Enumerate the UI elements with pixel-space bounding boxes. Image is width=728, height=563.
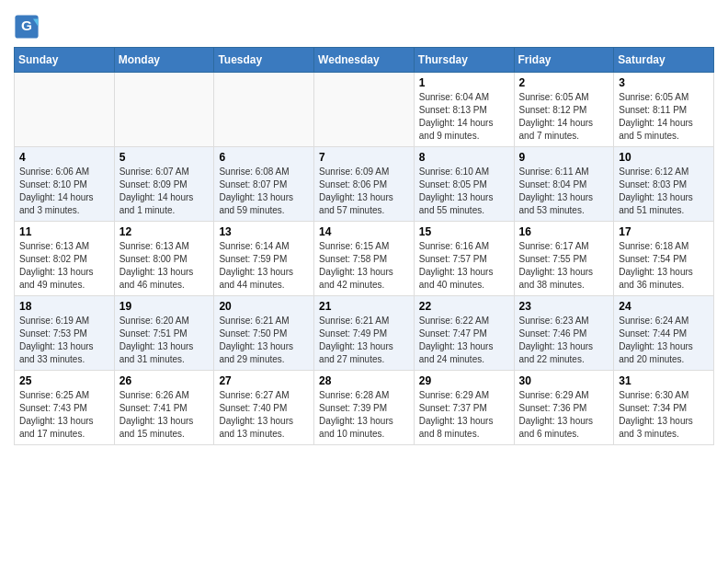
day-number: 16	[519, 225, 609, 238]
day-number: 4	[19, 151, 109, 164]
day-number: 28	[319, 374, 409, 387]
calendar-cell: 2Sunrise: 6:05 AMSunset: 8:12 PMDaylight…	[514, 73, 614, 147]
calendar-row: 25Sunrise: 6:25 AMSunset: 7:43 PMDayligh…	[15, 371, 714, 445]
calendar-cell: 21Sunrise: 6:21 AMSunset: 7:49 PMDayligh…	[314, 296, 415, 371]
day-number: 9	[519, 151, 609, 164]
header-day: Tuesday	[214, 48, 314, 73]
day-number: 21	[319, 300, 409, 313]
header-day: Wednesday	[314, 48, 415, 73]
day-number: 11	[19, 225, 109, 238]
day-info: Sunrise: 6:25 AMSunset: 7:43 PMDaylight:…	[19, 389, 109, 441]
header-day: Sunday	[15, 48, 115, 73]
calendar-cell: 5Sunrise: 6:07 AMSunset: 8:09 PMDaylight…	[114, 147, 214, 222]
header-day: Monday	[114, 48, 214, 73]
day-info: Sunrise: 6:11 AMSunset: 8:04 PMDaylight:…	[519, 166, 609, 217]
calendar-table: SundayMondayTuesdayWednesdayThursdayFrid…	[14, 47, 714, 445]
calendar-cell: 13Sunrise: 6:14 AMSunset: 7:59 PMDayligh…	[214, 222, 314, 296]
calendar-row: 18Sunrise: 6:19 AMSunset: 7:53 PMDayligh…	[15, 296, 714, 371]
day-info: Sunrise: 6:10 AMSunset: 8:05 PMDaylight:…	[419, 166, 509, 217]
calendar-header: SundayMondayTuesdayWednesdayThursdayFrid…	[15, 48, 714, 73]
calendar-cell: 12Sunrise: 6:13 AMSunset: 8:00 PMDayligh…	[114, 222, 214, 296]
day-number: 29	[419, 374, 509, 387]
calendar-cell: 3Sunrise: 6:05 AMSunset: 8:11 PMDaylight…	[614, 73, 714, 147]
day-info: Sunrise: 6:06 AMSunset: 8:10 PMDaylight:…	[19, 166, 109, 217]
day-info: Sunrise: 6:24 AMSunset: 7:44 PMDaylight:…	[619, 315, 709, 366]
day-info: Sunrise: 6:13 AMSunset: 8:02 PMDaylight:…	[19, 240, 109, 292]
calendar-cell: 23Sunrise: 6:23 AMSunset: 7:46 PMDayligh…	[514, 296, 614, 371]
day-number: 24	[619, 300, 709, 313]
day-number: 27	[219, 374, 309, 387]
day-info: Sunrise: 6:12 AMSunset: 8:03 PMDaylight:…	[619, 166, 709, 217]
calendar-cell: 11Sunrise: 6:13 AMSunset: 8:02 PMDayligh…	[15, 222, 115, 296]
day-number: 13	[219, 225, 309, 238]
day-info: Sunrise: 6:21 AMSunset: 7:50 PMDaylight:…	[219, 315, 309, 366]
day-number: 19	[119, 300, 210, 313]
calendar-cell: 28Sunrise: 6:28 AMSunset: 7:39 PMDayligh…	[314, 371, 415, 445]
day-info: Sunrise: 6:13 AMSunset: 8:00 PMDaylight:…	[119, 240, 210, 292]
header-day: Saturday	[614, 48, 714, 73]
day-info: Sunrise: 6:28 AMSunset: 7:39 PMDaylight:…	[319, 389, 409, 441]
calendar-row: 11Sunrise: 6:13 AMSunset: 8:02 PMDayligh…	[15, 222, 714, 296]
day-number: 18	[19, 300, 109, 313]
calendar-cell: 7Sunrise: 6:09 AMSunset: 8:06 PMDaylight…	[314, 147, 415, 222]
day-number: 8	[419, 151, 509, 164]
day-info: Sunrise: 6:29 AMSunset: 7:37 PMDaylight:…	[419, 389, 509, 441]
calendar-cell: 8Sunrise: 6:10 AMSunset: 8:05 PMDaylight…	[414, 147, 514, 222]
day-number: 20	[219, 300, 309, 313]
day-number: 26	[119, 374, 210, 387]
day-info: Sunrise: 6:16 AMSunset: 7:57 PMDaylight:…	[419, 240, 509, 292]
day-number: 5	[119, 151, 210, 164]
day-info: Sunrise: 6:18 AMSunset: 7:54 PMDaylight:…	[619, 240, 709, 292]
svg-text:G: G	[21, 17, 32, 33]
calendar-cell: 31Sunrise: 6:30 AMSunset: 7:34 PMDayligh…	[614, 371, 714, 445]
day-number: 23	[519, 300, 609, 313]
logo: G	[14, 14, 42, 40]
calendar-cell: 10Sunrise: 6:12 AMSunset: 8:03 PMDayligh…	[614, 147, 714, 222]
day-info: Sunrise: 6:21 AMSunset: 7:49 PMDaylight:…	[319, 315, 409, 366]
day-number: 14	[319, 225, 409, 238]
calendar-cell: 20Sunrise: 6:21 AMSunset: 7:50 PMDayligh…	[214, 296, 314, 371]
day-info: Sunrise: 6:08 AMSunset: 8:07 PMDaylight:…	[219, 166, 309, 217]
page-header: G	[14, 9, 714, 40]
calendar-cell	[314, 73, 415, 147]
calendar-row: 1Sunrise: 6:04 AMSunset: 8:13 PMDaylight…	[15, 73, 714, 147]
day-info: Sunrise: 6:27 AMSunset: 7:40 PMDaylight:…	[219, 389, 309, 441]
day-number: 1	[419, 76, 509, 89]
calendar-cell	[15, 73, 115, 147]
header-day: Thursday	[414, 48, 514, 73]
calendar-cell: 9Sunrise: 6:11 AMSunset: 8:04 PMDaylight…	[514, 147, 614, 222]
day-number: 30	[519, 374, 609, 387]
day-info: Sunrise: 6:05 AMSunset: 8:11 PMDaylight:…	[619, 91, 709, 143]
day-info: Sunrise: 6:22 AMSunset: 7:47 PMDaylight:…	[419, 315, 509, 366]
day-number: 12	[119, 225, 210, 238]
day-number: 22	[419, 300, 509, 313]
calendar-cell: 30Sunrise: 6:29 AMSunset: 7:36 PMDayligh…	[514, 371, 614, 445]
calendar-cell	[214, 73, 314, 147]
header-row: SundayMondayTuesdayWednesdayThursdayFrid…	[15, 48, 714, 73]
calendar-cell: 14Sunrise: 6:15 AMSunset: 7:58 PMDayligh…	[314, 222, 415, 296]
header-day: Friday	[514, 48, 614, 73]
calendar-cell	[114, 73, 214, 147]
calendar-cell: 17Sunrise: 6:18 AMSunset: 7:54 PMDayligh…	[614, 222, 714, 296]
day-number: 3	[619, 76, 709, 89]
day-info: Sunrise: 6:05 AMSunset: 8:12 PMDaylight:…	[519, 91, 609, 143]
day-info: Sunrise: 6:29 AMSunset: 7:36 PMDaylight:…	[519, 389, 609, 441]
day-number: 2	[519, 76, 609, 89]
calendar-cell: 25Sunrise: 6:25 AMSunset: 7:43 PMDayligh…	[15, 371, 115, 445]
calendar-cell: 16Sunrise: 6:17 AMSunset: 7:55 PMDayligh…	[514, 222, 614, 296]
day-info: Sunrise: 6:09 AMSunset: 8:06 PMDaylight:…	[319, 166, 409, 217]
calendar-cell: 1Sunrise: 6:04 AMSunset: 8:13 PMDaylight…	[414, 73, 514, 147]
day-info: Sunrise: 6:30 AMSunset: 7:34 PMDaylight:…	[619, 389, 709, 441]
day-info: Sunrise: 6:20 AMSunset: 7:51 PMDaylight:…	[119, 315, 210, 366]
day-number: 15	[419, 225, 509, 238]
calendar-cell: 18Sunrise: 6:19 AMSunset: 7:53 PMDayligh…	[15, 296, 115, 371]
calendar-cell: 22Sunrise: 6:22 AMSunset: 7:47 PMDayligh…	[414, 296, 514, 371]
calendar-cell: 24Sunrise: 6:24 AMSunset: 7:44 PMDayligh…	[614, 296, 714, 371]
day-info: Sunrise: 6:19 AMSunset: 7:53 PMDaylight:…	[19, 315, 109, 366]
day-info: Sunrise: 6:15 AMSunset: 7:58 PMDaylight:…	[319, 240, 409, 292]
day-info: Sunrise: 6:14 AMSunset: 7:59 PMDaylight:…	[219, 240, 309, 292]
day-number: 17	[619, 225, 709, 238]
day-number: 7	[319, 151, 409, 164]
calendar-cell: 26Sunrise: 6:26 AMSunset: 7:41 PMDayligh…	[114, 371, 214, 445]
day-info: Sunrise: 6:04 AMSunset: 8:13 PMDaylight:…	[419, 91, 509, 143]
